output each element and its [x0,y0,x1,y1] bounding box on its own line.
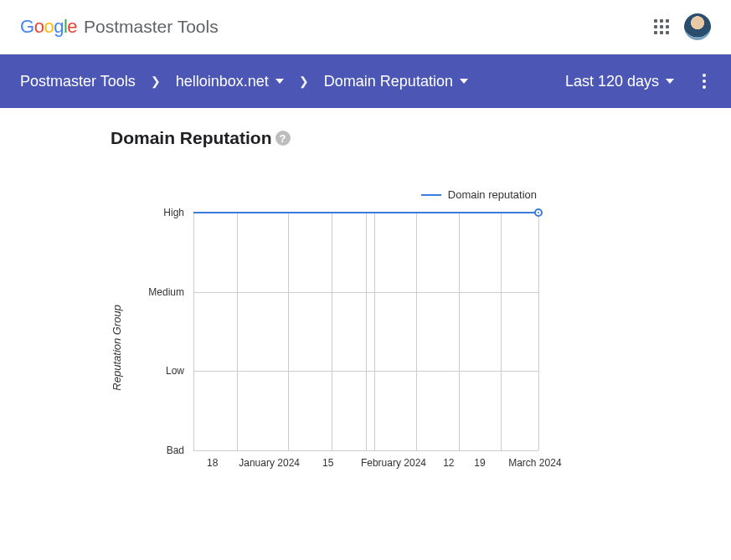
caret-down-icon [666,79,674,84]
caret-down-icon [460,79,468,84]
page-title: Domain Reputation [111,128,272,148]
chevron-right-icon: ❯ [151,74,161,88]
legend-label: Domain reputation [448,188,537,201]
x-tick: March 2024 [508,457,561,469]
y-tick: Low [138,365,184,377]
x-tick: 19 [474,457,485,469]
domain-label: helloinbox.net [176,73,269,90]
chart-area: Domain reputation BadLowMediumHigh 18Jan… [145,188,538,474]
y-tick: Medium [138,286,184,298]
plot-grid: BadLowMediumHigh [193,213,538,450]
x-ticks: 18January 202415February 20241219March 2… [193,457,538,474]
x-tick: 12 [443,457,454,469]
product-name: Postmaster Tools [84,17,219,37]
range-label: Last 120 days [565,73,659,90]
data-line [193,212,538,213]
legend-swatch [421,194,441,196]
logo-block: Google Postmaster Tools [20,16,219,38]
breadcrumb-root[interactable]: Postmaster Tools [20,73,136,90]
caret-down-icon [275,79,284,84]
data-point [534,208,543,217]
apps-icon[interactable] [654,19,669,34]
legend: Domain reputation [145,188,538,201]
x-tick: January 2024 [239,457,300,469]
y-tick: High [138,207,184,218]
y-tick: Bad [138,444,184,456]
title-row: Domain Reputation ? [111,128,731,148]
top-actions [654,13,711,40]
report-label: Domain Reputation [324,73,453,90]
x-tick: February 2024 [361,457,426,469]
breadcrumb-root-label: Postmaster Tools [20,73,136,90]
google-logo: Google [20,16,77,38]
v-gridlines [193,213,538,450]
chevron-right-icon: ❯ [299,74,309,88]
range-selector[interactable]: Last 120 days [565,73,674,90]
x-tick: 15 [322,457,333,469]
help-icon[interactable]: ? [275,131,291,146]
y-ticks: BadLowMediumHigh [145,213,191,450]
report-selector[interactable]: Domain Reputation [324,73,468,90]
nav-bar: Postmaster Tools ❯ helloinbox.net ❯ Doma… [0,54,731,108]
more-menu-icon[interactable] [698,69,711,94]
y-axis-label: Reputation Group [111,305,123,391]
chart: Reputation Group Domain reputation BadLo… [111,188,731,474]
content: Domain Reputation ? Reputation Group Dom… [0,108,731,474]
avatar[interactable] [684,13,711,40]
top-bar: Google Postmaster Tools [0,0,731,54]
x-tick: 18 [207,457,218,469]
domain-selector[interactable]: helloinbox.net [176,73,284,90]
